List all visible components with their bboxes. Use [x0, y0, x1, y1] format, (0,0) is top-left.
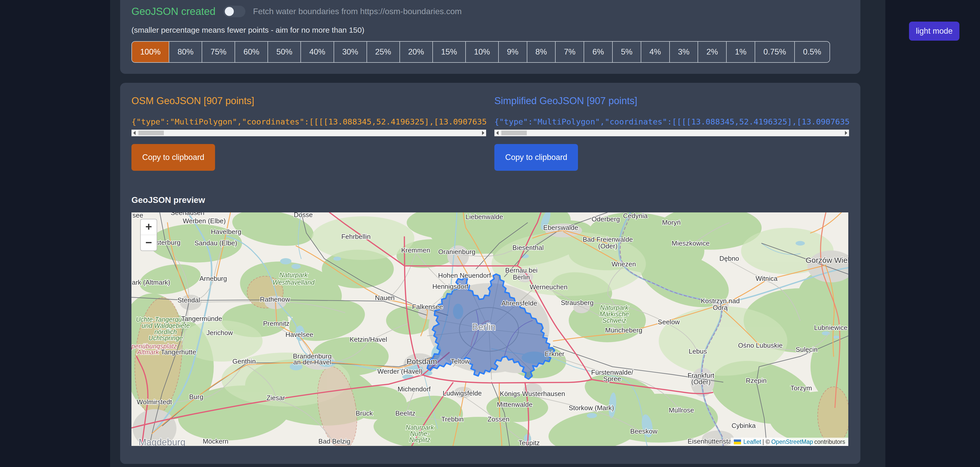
- percent-button-4[interactable]: 4%: [641, 42, 670, 62]
- map-label: Lubniewice: [814, 324, 848, 332]
- ukraine-flag-icon: [734, 440, 741, 444]
- map-label: Liebenwalde: [466, 213, 503, 221]
- percent-button-6[interactable]: 6%: [584, 42, 613, 62]
- scroll-left-icon[interactable]: [133, 131, 135, 135]
- map-label: Naturpark: [279, 271, 308, 278]
- map-label: Mieszkowice: [671, 240, 710, 247]
- map-label: Werben (Elbe): [183, 217, 226, 225]
- map-label: Gorzów Wielkopolski: [806, 256, 848, 264]
- zoom-in-button[interactable]: +: [141, 219, 157, 235]
- percent-button-40[interactable]: 40%: [301, 42, 334, 62]
- map-label: Nauen: [375, 294, 395, 302]
- light-mode-button[interactable]: light mode: [909, 22, 959, 41]
- geojson-card: OSM GeoJSON [907 points] {"type":"MultiP…: [120, 83, 861, 464]
- map-label: Berlin: [472, 322, 496, 332]
- osm-geojson-title: OSM GeoJSON [907 points]: [131, 95, 486, 106]
- geojson-preview-map[interactable]: SeehausenseeWerben (Elbe)DosseHavelbergF…: [131, 213, 848, 446]
- map-label: Westhavelland: [272, 279, 315, 286]
- map-label: Arneburg: [200, 275, 227, 282]
- map-label: Eberswalde: [543, 224, 578, 232]
- map-label: Genthin: [232, 357, 256, 365]
- settings-card: GeoJSON created Fetch water boundaries f…: [120, 0, 861, 74]
- map-label: Michendorf: [398, 385, 431, 393]
- map-label: Brück: [356, 410, 373, 417]
- map-label: Erkner: [545, 350, 565, 358]
- percent-button-15[interactable]: 15%: [433, 42, 466, 62]
- scrollbar-thumb[interactable]: [501, 131, 527, 135]
- map-label: an der Havel: [293, 358, 331, 366]
- openstreetmap-link[interactable]: OpenStreetMap: [771, 438, 813, 445]
- scroll-right-icon[interactable]: [845, 131, 847, 135]
- map-label: Biesenthal: [512, 244, 544, 251]
- map-label: Altmark: [137, 348, 159, 356]
- map-label: Sulęcin: [795, 346, 818, 353]
- map-label: Beeskow: [630, 427, 657, 435]
- copy-simplified-geojson-button[interactable]: Copy to clipboard: [494, 144, 578, 171]
- geojson-columns: OSM GeoJSON [907 points] {"type":"MultiP…: [131, 83, 849, 171]
- scroll-left-icon[interactable]: [496, 131, 498, 135]
- percent-button-0.5[interactable]: 0.5%: [795, 42, 829, 62]
- map-label: Havelsee: [285, 331, 313, 338]
- map-label: Berlin: [513, 273, 530, 281]
- scrollbar-thumb[interactable]: [138, 131, 164, 135]
- percent-button-50[interactable]: 50%: [268, 42, 301, 62]
- map-label: Ośno Lubuskie: [738, 342, 783, 349]
- map-label: Mittenwalde: [497, 401, 533, 408]
- percent-button-20[interactable]: 20%: [400, 42, 433, 62]
- toggle-label: Fetch water boundaries from https://osm-…: [253, 7, 462, 16]
- percent-button-5[interactable]: 5%: [613, 42, 641, 62]
- percent-button-2[interactable]: 2%: [698, 42, 727, 62]
- map-label: Eisenhüttenstadt: [687, 437, 737, 445]
- simplified-json-scrollbar[interactable]: [494, 130, 849, 136]
- percent-button-8[interactable]: 8%: [527, 42, 556, 62]
- map-label: Müncheberg: [605, 326, 643, 334]
- map-label: Rathenow: [260, 295, 290, 303]
- water-boundaries-toggle[interactable]: [223, 6, 245, 17]
- percent-button-75[interactable]: 75%: [202, 42, 235, 62]
- percent-button-25[interactable]: 25%: [367, 42, 400, 62]
- percent-button-3[interactable]: 3%: [670, 42, 698, 62]
- status-row: GeoJSON created Fetch water boundaries f…: [131, 5, 861, 17]
- map-label: (Oder): [691, 378, 710, 386]
- map-label: see: [132, 213, 143, 219]
- scroll-right-icon[interactable]: [482, 131, 484, 135]
- map-label: Naturpark: [600, 304, 628, 311]
- leaflet-link[interactable]: Leaflet: [743, 438, 761, 445]
- map-label: Nieplitz: [409, 436, 430, 443]
- map-canvas: SeehausenseeWerben (Elbe)DosseHavelbergF…: [131, 213, 848, 446]
- map-label: Witnica: [756, 275, 778, 282]
- map-label: Moryń: [662, 219, 681, 226]
- map-label: Odrą: [713, 304, 728, 311]
- percent-button-60[interactable]: 60%: [235, 42, 268, 62]
- map-label: Uchtspringe: [148, 334, 183, 342]
- osm-geojson-column: OSM GeoJSON [907 points] {"type":"MultiP…: [131, 83, 486, 171]
- map-label: Burg: [189, 393, 204, 401]
- percent-button-7[interactable]: 7%: [555, 42, 584, 62]
- percent-button-0.75[interactable]: 0.75%: [755, 42, 795, 62]
- map-label: Möckern: [203, 437, 228, 445]
- map-label: Strausberg: [561, 299, 593, 307]
- map-label: Torzym: [791, 384, 812, 392]
- map-label: Dębno: [719, 254, 739, 262]
- zoom-out-button[interactable]: −: [141, 235, 157, 251]
- map-attribution: Leaflet | © OpenStreetMap contributors: [731, 438, 848, 446]
- map-label: Magdeburg: [138, 437, 185, 446]
- content-column: GeoJSON created Fetch water boundaries f…: [110, 0, 885, 467]
- map-label: Tangerhütte: [161, 348, 196, 356]
- map-label: Zossen: [487, 415, 509, 423]
- percent-button-10[interactable]: 10%: [466, 42, 499, 62]
- map-label: Müllrose: [669, 406, 694, 414]
- copy-osm-geojson-button[interactable]: Copy to clipboard: [131, 144, 215, 171]
- map-label: Ziesar: [266, 394, 285, 402]
- map-label: Stendal: [178, 296, 200, 304]
- map-label: Oderberg: [592, 215, 620, 223]
- percent-button-80[interactable]: 80%: [169, 42, 202, 62]
- map-label: Premnitz: [263, 320, 290, 327]
- percent-button-100[interactable]: 100%: [132, 42, 169, 62]
- percent-button-1[interactable]: 1%: [727, 42, 755, 62]
- percent-button-9[interactable]: 9%: [499, 42, 527, 62]
- map-label: Werneuchen: [530, 283, 568, 291]
- osm-json-scrollbar[interactable]: [131, 130, 486, 136]
- percentage-button-row: 100%80%75%60%50%40%30%25%20%15%10%9%8%7%…: [131, 41, 830, 63]
- percent-button-30[interactable]: 30%: [334, 42, 367, 62]
